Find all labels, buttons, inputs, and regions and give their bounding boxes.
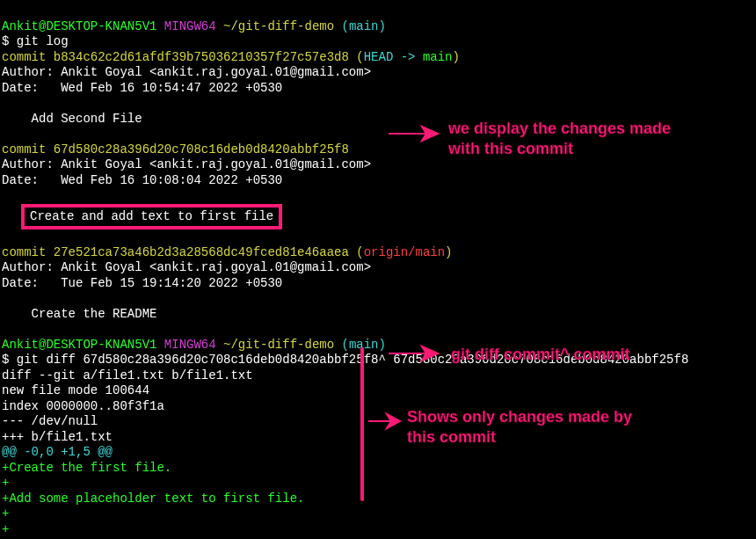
arrow-icon-3: [367, 411, 402, 432]
commit-hash-2: commit 67d580c28a396d20c708c16deb0d8420a…: [2, 142, 349, 157]
author-line: Author: Ankit Goyal <ankit.raj.goyal.01@…: [2, 65, 371, 79]
diff-old: --- /dev/null: [2, 414, 98, 428]
command-git-log: $ git log: [2, 34, 69, 48]
diff-add-1: +Create the first file.: [2, 461, 171, 475]
diff-mode: new file mode 100644: [2, 383, 149, 397]
close-paren-3: ): [445, 245, 452, 259]
arrow-icon-1: [387, 123, 440, 144]
commit-hash-1: commit b834c62c2d61afdf39b75036210357f27…: [2, 50, 364, 64]
branch-main: main: [423, 50, 453, 64]
diff-hunk: @@ -0,0 +1,5 @@: [2, 445, 113, 459]
arrow-icon-2: [387, 343, 440, 364]
prompt-branch: (main): [342, 19, 386, 33]
prompt-user-2: Ankit@DESKTOP-KNAN5V1: [2, 338, 156, 352]
annotation-2: git diff commit^ commit: [451, 345, 680, 365]
prompt-user: Ankit@DESKTOP-KNAN5V1: [2, 19, 156, 33]
vertical-line-icon: [360, 347, 364, 501]
commit-msg-3: Create the README: [2, 307, 156, 321]
diff-header: diff --git a/file1.txt b/file1.txt: [2, 368, 253, 382]
prompt-env: MINGW64: [164, 19, 216, 33]
diff-add-5: +: [2, 522, 9, 536]
head-ref: HEAD ->: [364, 50, 423, 64]
diff-add-3: +Add some placeholder text to first file…: [2, 492, 304, 506]
prompt-path-2: ~/git-diff-demo: [223, 338, 334, 352]
diff-add-2: +: [2, 476, 9, 490]
diff-new: +++ b/file1.txt: [2, 430, 113, 444]
prompt-path: ~/git-diff-demo: [223, 19, 334, 33]
commit-hash-3: commit 27e521ca73a46b2d3a28568dc49fced81…: [2, 245, 364, 259]
author-line-3: Author: Ankit Goyal <ankit.raj.goyal.01@…: [2, 260, 371, 274]
annotation-1: we display the changes made with this co…: [448, 119, 694, 160]
date-line: Date: Wed Feb 16 10:54:47 2022 +0530: [2, 81, 282, 95]
commit-msg-2: Create and add text to first file: [30, 209, 273, 223]
diff-add-4: +: [2, 506, 9, 521]
origin-ref: origin/main: [364, 245, 445, 259]
commit-msg-1: Add Second File: [2, 112, 142, 126]
author-line-2: Author: Ankit Goyal <ankit.raj.goyal.01@…: [2, 157, 371, 171]
highlighted-commit-msg: Create and add text to first file: [21, 204, 282, 230]
diff-index: index 0000000..80f3f1a: [2, 399, 164, 413]
annotation-3: Shows only changes made by this commit: [407, 407, 636, 448]
close-paren: ): [453, 50, 460, 64]
prompt-env-2: MINGW64: [164, 338, 216, 352]
date-line-2: Date: Wed Feb 16 10:08:04 2022 +0530: [2, 173, 282, 187]
date-line-3: Date: Tue Feb 15 19:14:20 2022 +0530: [2, 276, 282, 290]
terminal-window[interactable]: Ankit@DESKTOP-KNAN5V1 MINGW64 ~/git-diff…: [0, 0, 756, 539]
